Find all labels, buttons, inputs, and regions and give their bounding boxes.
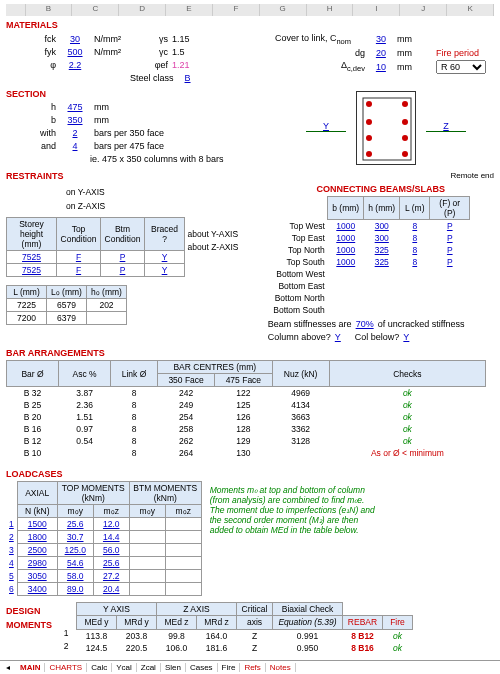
with-value[interactable]: 2: [60, 128, 90, 138]
cover-label: Cover to link, Cnom: [275, 33, 365, 46]
tab-main[interactable]: MAIN: [16, 663, 45, 672]
sheet-tabs[interactable]: ◂MAINCHARTSCalcYcalZcalSlenCasesFireRefs…: [0, 660, 500, 674]
design-title2: MOMENTS: [6, 620, 56, 630]
h-value[interactable]: 475: [60, 102, 90, 112]
restraint-row: 7525FPY: [7, 264, 185, 277]
col-below-value[interactable]: Y: [403, 332, 409, 342]
svg-point-1: [366, 101, 372, 107]
tab-refs[interactable]: Refs: [240, 663, 265, 672]
z-axis-label: Z: [426, 121, 466, 132]
bar-row: B 201.5182541263663ok: [7, 411, 486, 423]
tab-notes[interactable]: Notes: [266, 663, 296, 672]
remote-end-label: Remote end: [268, 171, 494, 180]
steel-label: Steel class: [130, 73, 174, 83]
tab-slen[interactable]: Slen: [161, 663, 186, 672]
dcdev-label: Δc,dev: [275, 60, 365, 73]
tab-ycal[interactable]: Ycal: [112, 663, 137, 672]
design-row-num: 1: [60, 628, 72, 641]
loadcase-row: 1150025.612.0: [6, 518, 201, 531]
materials-title: MATERIALS: [6, 20, 494, 30]
phi-value[interactable]: 2.2: [60, 60, 90, 70]
design-row-num: 2: [60, 641, 72, 654]
col-above-value[interactable]: Y: [335, 332, 341, 342]
design-title: DESIGN: [6, 606, 56, 616]
beam-row: Bottom North: [268, 292, 470, 304]
stiff-value[interactable]: 70%: [356, 319, 374, 329]
beam-row: Bottom South: [268, 304, 470, 316]
fire-select[interactable]: R 60: [436, 60, 486, 74]
dg-value[interactable]: 20: [369, 48, 393, 58]
svg-point-2: [402, 101, 408, 107]
design-row: 113.8203.899.8164.0Z0.9918 B12ok: [77, 629, 413, 642]
l-axis: about Z-AXIS: [188, 242, 244, 255]
fck-unit: N/mm²: [94, 34, 134, 44]
phief-value: 1.21: [172, 60, 202, 70]
loadcase-row: 4298054.625.6: [6, 557, 201, 570]
bar-row: B 160.9782581283362ok: [7, 423, 486, 435]
tab-zcal[interactable]: Zcal: [137, 663, 161, 672]
and-value[interactable]: 4: [60, 141, 90, 151]
section-title: SECTION: [6, 89, 306, 99]
restraints-title: RESTRAINTS: [6, 171, 64, 181]
beams-title: CONNECTING BEAMS/SLABS: [268, 184, 494, 194]
svg-rect-0: [363, 98, 411, 160]
bar-row: B 120.5482621293128ok: [7, 435, 486, 447]
tab-nav-icon[interactable]: ◂: [0, 663, 16, 672]
tab-cases[interactable]: Cases: [186, 663, 218, 672]
beam-row: Bottom East: [268, 280, 470, 292]
stiff-text: of uncracked stiffness: [378, 319, 465, 329]
h-unit: mm: [94, 102, 109, 112]
loadcases-table: AXIALTOP MOMENTS (kNm)BTM MOMENTS (kNm) …: [6, 481, 202, 596]
section-summary: ie. 475 x 350 columns with 8 bars: [90, 154, 224, 164]
loadcase-row: 32500125.056.0: [6, 544, 201, 557]
svg-point-7: [366, 151, 372, 157]
gc-value: 1.5: [172, 47, 202, 57]
l-row: 72256579202: [7, 299, 127, 312]
b-value[interactable]: 350: [60, 115, 90, 125]
bars-table: Bar ØAsc %Link ØBAR CENTRES (mm)Nuz (kN)…: [6, 360, 486, 459]
gs-value: 1.15: [172, 34, 202, 44]
steel-value[interactable]: B: [178, 73, 198, 83]
loadcases-title: LOADCASES: [6, 469, 202, 479]
cover-value[interactable]: 30: [369, 34, 393, 44]
dcdev-unit: mm: [397, 62, 412, 72]
column-section-icon: [356, 91, 416, 165]
tab-calc[interactable]: Calc: [87, 663, 112, 672]
h-label: h: [6, 102, 56, 112]
restraints-table: Storey height (mm)Top ConditionBtm Condi…: [6, 217, 185, 277]
beam-row: Top South10003258P: [268, 256, 470, 268]
fck-label: fck: [6, 34, 56, 44]
l-table: L (mm)L₀ (mm)h₀ (mm) 7225657920272006379: [6, 285, 127, 325]
svg-point-5: [366, 135, 372, 141]
b-label: b: [6, 115, 56, 125]
b-unit: mm: [94, 115, 109, 125]
tab-charts[interactable]: CHARTS: [45, 663, 87, 672]
column-headers: B C D E F G H I J K: [6, 4, 494, 16]
loadcase-notes: Moments m₀ at top and bottom of column(f…: [210, 465, 420, 596]
bar-row: B 252.3682491254134ok: [7, 399, 486, 411]
phi-label: φ: [6, 60, 56, 70]
restraint-axis: on Z-AXIS: [66, 201, 120, 215]
loadcase-row: 2180030.714.4: [6, 531, 201, 544]
loadcase-row: 5305058.027.2: [6, 570, 201, 583]
beam-row: Top East10003008P: [268, 232, 470, 244]
bar-row: B 108264130As or Ø < minimum: [7, 447, 486, 459]
col-below-label: Col below?: [355, 332, 400, 342]
cover-unit: mm: [397, 34, 412, 44]
phief-label: φef: [138, 60, 168, 70]
beam-row: Top North10003258P: [268, 244, 470, 256]
tab-fire[interactable]: Fire: [218, 663, 241, 672]
and-text: bars per 475 face: [94, 141, 164, 151]
fyk-value[interactable]: 500: [60, 47, 90, 57]
l-row: 72006379: [7, 312, 127, 325]
dg-label: dg: [275, 48, 365, 58]
beam-row: Bottom West: [268, 268, 470, 280]
dcdev-value[interactable]: 10: [369, 62, 393, 72]
loadcase-row: 6340089.020.4: [6, 583, 201, 596]
svg-point-4: [402, 119, 408, 125]
fck-value[interactable]: 30: [60, 34, 90, 44]
stiff-label: Beam stiffnesses are: [268, 319, 352, 329]
y-axis-label: Y: [306, 121, 346, 132]
dg-unit: mm: [397, 48, 412, 58]
svg-point-3: [366, 119, 372, 125]
